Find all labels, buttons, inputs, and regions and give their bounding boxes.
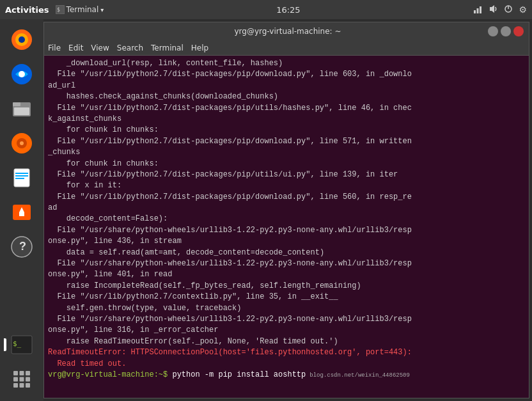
top-panel: Activities $ Terminal ▾ 16:25 bbox=[0, 0, 532, 19]
svg-rect-37 bbox=[20, 383, 24, 388]
svg-rect-22 bbox=[15, 178, 24, 179]
power-icon[interactable] bbox=[503, 4, 513, 16]
svg-rect-31 bbox=[20, 371, 24, 375]
terminal-line: File "/usr/lib/python2.7/dist-packages/p… bbox=[48, 136, 525, 147]
terminal-line: for chunk in chunks: bbox=[48, 159, 525, 169]
terminal-title: yrg@yrg-virtual-machine: ~ bbox=[88, 27, 488, 36]
terminal-line: File "/usr/lib/python2.7/dist-packages/p… bbox=[48, 192, 525, 203]
svg-rect-3 bbox=[477, 8, 479, 13]
svg-rect-36 bbox=[13, 383, 18, 388]
terminal-command: python -m pip install aoshttp bbox=[172, 370, 306, 379]
terminal-panel-label[interactable]: Terminal bbox=[66, 5, 99, 14]
svg-rect-25 bbox=[19, 212, 24, 216]
top-panel-right: ⚙ bbox=[473, 4, 527, 16]
svg-rect-4 bbox=[480, 6, 481, 13]
svg-text:$_: $_ bbox=[13, 340, 22, 348]
terminal-line: ReadTimeoutError: HTTPSConnectionPool(ho… bbox=[48, 347, 525, 358]
volume-icon[interactable] bbox=[488, 4, 498, 16]
terminal-line: File "/usr/lib/python2.7/dist-packages/p… bbox=[48, 169, 525, 180]
terminal-prompt: vrg@vrg-virtual-machine:~$ bbox=[48, 370, 172, 379]
activities-button[interactable]: Activities bbox=[5, 5, 49, 15]
sidebar-bottom: $_ bbox=[6, 329, 37, 395]
terminal-line: _download_url(resp, link, content_file, … bbox=[48, 58, 525, 69]
terminal-menubar: FileEditViewSearchTerminalHelp bbox=[44, 40, 529, 56]
settings-icon[interactable]: ⚙ bbox=[519, 4, 527, 15]
sidebar-item-help[interactable]: ? bbox=[6, 232, 37, 262]
sidebar-item-thunderbird[interactable] bbox=[6, 59, 37, 90]
terminal-line: for chunk in chunks: bbox=[48, 125, 525, 136]
terminal-line: ad_url bbox=[48, 81, 525, 91]
terminal-titlebar: yrg@yrg-virtual-machine: ~ – □ ✕ bbox=[44, 22, 529, 40]
main-area: ? $_ bbox=[0, 19, 532, 401]
terminal-line: onse.py", line 436, in stream bbox=[48, 236, 525, 247]
sidebar-item-appgrid[interactable] bbox=[6, 364, 37, 395]
terminal-line: k_against_chunks bbox=[48, 114, 525, 125]
terminal-line: for x in it: bbox=[48, 180, 525, 191]
svg-rect-20 bbox=[15, 173, 28, 174]
menu-item-edit[interactable]: Edit bbox=[68, 43, 83, 52]
terminal-line: self.gen.throw(type, value, traceback) bbox=[48, 303, 525, 314]
maximize-button[interactable]: □ bbox=[501, 26, 511, 36]
svg-rect-35 bbox=[26, 377, 30, 382]
terminal-line: File "/usr/share/python-wheels/urllib3-1… bbox=[48, 314, 525, 325]
terminal-panel-icon: $ bbox=[56, 5, 65, 14]
menu-item-file[interactable]: File bbox=[48, 43, 61, 52]
terminal-line: raise ReadTimeoutError(self._pool, None,… bbox=[48, 336, 525, 347]
svg-rect-33 bbox=[13, 377, 18, 382]
close-button[interactable]: ✕ bbox=[513, 26, 524, 36]
terminal-line: decode_content=False): bbox=[48, 214, 525, 224]
svg-point-10 bbox=[19, 36, 25, 43]
svg-rect-21 bbox=[15, 175, 28, 177]
svg-rect-32 bbox=[26, 371, 30, 375]
sidebar-dock: ? $_ bbox=[0, 19, 43, 401]
sidebar-item-firefox[interactable] bbox=[6, 24, 37, 55]
svg-rect-2 bbox=[474, 10, 476, 13]
terminal-window-controls: – □ ✕ bbox=[488, 26, 524, 36]
terminal-line: File "/usr/share/python-wheels/urllib3-1… bbox=[48, 225, 525, 236]
svg-text:$: $ bbox=[57, 7, 60, 13]
top-panel-clock: 16:25 bbox=[276, 5, 300, 15]
terminal-window: yrg@yrg-virtual-machine: ~ – □ ✕ FileEdi… bbox=[43, 22, 529, 398]
svg-point-18 bbox=[20, 141, 24, 145]
sidebar-item-software[interactable] bbox=[6, 197, 37, 228]
terminal-line: File "/usr/share/python-wheels/urllib3-1… bbox=[48, 258, 525, 269]
network-icon[interactable] bbox=[473, 4, 483, 16]
terminal-line: onse.py", line 316, in _error_catcher bbox=[48, 325, 525, 336]
sidebar-item-terminal[interactable]: $_ bbox=[6, 329, 37, 360]
svg-rect-34 bbox=[20, 377, 24, 382]
svg-rect-14 bbox=[13, 102, 20, 106]
terminal-output[interactable]: _download_url(resp, link, content_file, … bbox=[44, 56, 529, 398]
svg-marker-5 bbox=[490, 5, 494, 13]
terminal-panel-dropdown[interactable]: ▾ bbox=[100, 6, 104, 13]
terminal-icon-small: $ Terminal ▾ bbox=[56, 5, 104, 14]
menu-item-search[interactable]: Search bbox=[117, 43, 143, 52]
terminal-line: hashes.check_against_chunks(downloaded_c… bbox=[48, 91, 525, 102]
terminal-line: ad bbox=[48, 203, 525, 214]
terminal-line: raise IncompleteRead(self._fp_bytes_read… bbox=[48, 281, 525, 292]
sidebar-item-libreoffice[interactable] bbox=[6, 162, 37, 193]
terminal-line: File "/usr/lib/python2.7/contextlib.py",… bbox=[48, 292, 525, 303]
menu-item-help[interactable]: Help bbox=[191, 43, 208, 52]
menu-item-terminal[interactable]: Terminal bbox=[151, 43, 184, 52]
svg-point-12 bbox=[19, 71, 25, 77]
terminal-line: vrg@vrg-virtual-machine:~$ python -m pip… bbox=[48, 370, 525, 381]
terminal-line: data = self.read(amt=amt, decode_content… bbox=[48, 248, 525, 258]
svg-rect-30 bbox=[13, 371, 18, 375]
watermark: blog.csdn.net/weixin_44862509 bbox=[309, 372, 410, 379]
terminal-line: File "/usr/lib/python2.7/dist-packages/p… bbox=[48, 103, 525, 114]
svg-rect-15 bbox=[14, 107, 29, 115]
svg-rect-38 bbox=[26, 383, 30, 388]
terminal-line: Read timed out. bbox=[48, 359, 525, 370]
terminal-line: _chunks bbox=[48, 147, 525, 158]
svg-text:?: ? bbox=[19, 240, 26, 253]
terminal-line: onse.py", line 401, in read bbox=[48, 269, 525, 280]
clock-time: 16:25 bbox=[276, 5, 300, 15]
menu-item-view[interactable]: View bbox=[91, 43, 109, 52]
top-panel-left: Activities $ Terminal ▾ bbox=[5, 5, 104, 15]
sidebar-item-rhythmbox[interactable] bbox=[6, 128, 37, 159]
minimize-button[interactable]: – bbox=[488, 26, 498, 36]
terminal-line: File "/usr/lib/python2.7/dist-packages/p… bbox=[48, 69, 525, 80]
sidebar-item-files[interactable] bbox=[6, 93, 37, 124]
